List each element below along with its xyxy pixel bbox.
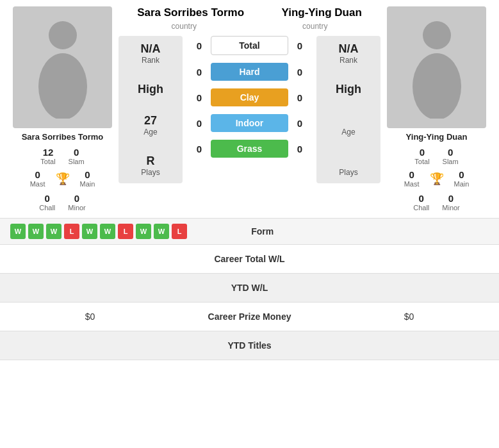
form-badge-w: W — [100, 224, 115, 239]
left-chall-label: Chall — [39, 204, 55, 212]
right-stats-box: N/A Rank High Age Plays — [316, 36, 380, 183]
prize-left: $0 — [10, 311, 170, 322]
main-container: Sara Sorribes Tormo 12 Total 0 Slam 0 Ma… — [0, 0, 499, 360]
form-badge-l: L — [64, 224, 79, 239]
right-mast-label: Mast — [404, 180, 420, 188]
left-stats-box: N/A Rank High 27 Age R Plays — [119, 36, 183, 183]
form-badge-w: W — [154, 224, 169, 239]
right-rank-item: N/A Rank — [339, 42, 359, 65]
right-high-item: High — [336, 83, 361, 96]
career-wl-row: Career Total W/L — [0, 245, 499, 274]
right-main-label: Main — [454, 180, 470, 188]
surface-row-hard: 0 Hard 0 — [192, 63, 307, 81]
left-high-item: High — [138, 83, 163, 96]
form-badge-w: W — [82, 224, 97, 239]
left-age-item: 27 Age — [143, 114, 157, 137]
prize-right: $0 — [329, 311, 489, 322]
right-player-bottom-stats: 0 Chall 0 Minor — [413, 193, 460, 212]
bottom-section: WWWLWWLWWL Form Career Total W/L YTD W/L… — [0, 218, 499, 360]
ytd-titles-label: YTD Titles — [170, 340, 329, 351]
left-total-stat: 12 Total — [40, 147, 55, 165]
left-main-value: 0 — [85, 169, 90, 180]
surface-row-clay: 0 Clay 0 — [192, 88, 307, 106]
left-slam-value: 0 — [74, 147, 79, 158]
total-right-score: 0 — [292, 40, 307, 51]
grass-badge: Grass — [211, 140, 288, 158]
surface-table: 0 Total 0 0 Hard 0 0 Clay 0 — [186, 36, 313, 183]
left-name-header: Sara Sorribes Tormo — [137, 6, 244, 19]
form-badge-w: W — [136, 224, 151, 239]
left-chall-stat: 0 Chall — [39, 193, 55, 212]
right-minor-label: Minor — [442, 204, 460, 212]
career-wl-label: Career Total W/L — [170, 254, 329, 264]
right-high-value: High — [336, 83, 361, 96]
form-badge-l: L — [118, 224, 133, 239]
right-player-avatar — [387, 6, 486, 128]
left-main-stat: 0 Main — [80, 169, 95, 188]
right-plays-label: Plays — [339, 168, 357, 177]
left-plays-label: Plays — [141, 168, 160, 177]
form-badge-w: W — [28, 224, 44, 239]
svg-point-1 — [38, 53, 87, 119]
total-left-score: 0 — [192, 40, 207, 51]
left-total-label: Total — [40, 158, 55, 165]
left-minor-stat: 0 Minor — [68, 193, 86, 212]
left-rank-label: Rank — [142, 56, 160, 65]
right-trophy-icon: 🏆 — [430, 172, 444, 186]
right-slam-value: 0 — [448, 147, 453, 158]
clay-badge: Clay — [211, 88, 288, 106]
svg-point-0 — [49, 21, 77, 49]
left-plays-item: R Plays — [141, 154, 160, 177]
ytd-wl-label: YTD W/L — [170, 283, 329, 293]
surface-row-grass: 0 Grass 0 — [192, 140, 307, 158]
prize-row: $0 Career Prize Money $0 — [0, 303, 499, 331]
right-main-stat: 0 Main — [454, 169, 470, 188]
left-mast-label: Mast — [30, 180, 45, 188]
right-minor-stat: 0 Minor — [442, 193, 460, 212]
left-player-bottom-stats: 0 Chall 0 Minor — [39, 193, 86, 212]
right-chall-label: Chall — [413, 204, 429, 212]
svg-point-3 — [413, 53, 461, 119]
indoor-left-score: 0 — [192, 118, 207, 129]
left-age-value: 27 — [144, 114, 157, 128]
form-badge-w: W — [46, 224, 61, 239]
left-mast-stat: 0 Mast — [30, 169, 45, 188]
right-main-value: 0 — [459, 169, 464, 180]
form-badge-w: W — [10, 224, 26, 239]
right-rank-value: N/A — [339, 42, 359, 56]
left-total-value: 12 — [43, 147, 54, 158]
right-age-label: Age — [341, 128, 355, 137]
left-player-trophy-row: 0 Mast 🏆 0 Main — [30, 169, 95, 188]
right-age-value — [347, 114, 350, 128]
prize-label: Career Prize Money — [170, 311, 329, 322]
left-player-name: Sara Sorribes Tormo — [22, 132, 104, 142]
left-trophy-icon: 🏆 — [56, 172, 70, 186]
form-badge-l: L — [172, 224, 187, 239]
left-minor-label: Minor — [68, 204, 86, 212]
right-age-item: Age — [341, 114, 355, 137]
right-mast-value: 0 — [409, 169, 414, 180]
right-player-card: Ying-Ying Duan 0 Total 0 Slam 0 Mast 🏆 — [380, 6, 493, 212]
left-age-label: Age — [143, 128, 157, 137]
surface-row-indoor: 0 Indoor 0 — [192, 114, 307, 132]
indoor-badge: Indoor — [211, 114, 288, 132]
left-high-value: High — [138, 83, 163, 96]
hard-badge: Hard — [211, 63, 288, 81]
left-minor-value: 0 — [74, 193, 79, 204]
right-player-trophy-row: 0 Mast 🏆 0 Main — [404, 169, 470, 188]
left-mast-value: 0 — [35, 169, 40, 180]
left-plays-value: R — [147, 154, 155, 168]
right-player-main-stats: 0 Total 0 Slam — [414, 147, 458, 165]
right-mast-stat: 0 Mast — [404, 169, 420, 188]
svg-point-2 — [423, 21, 451, 49]
grass-right-score: 0 — [292, 144, 307, 154]
left-country: country — [172, 22, 197, 31]
right-name-header: Ying-Ying Duan — [281, 6, 361, 19]
left-slam-stat: 0 Slam — [69, 147, 85, 165]
hard-left-score: 0 — [192, 67, 207, 78]
right-total-stat: 0 Total — [414, 147, 429, 165]
ytd-wl-row: YTD W/L — [0, 274, 499, 303]
clay-left-score: 0 — [192, 92, 207, 103]
surface-row-total: 0 Total 0 — [192, 36, 307, 55]
right-minor-value: 0 — [448, 193, 454, 204]
